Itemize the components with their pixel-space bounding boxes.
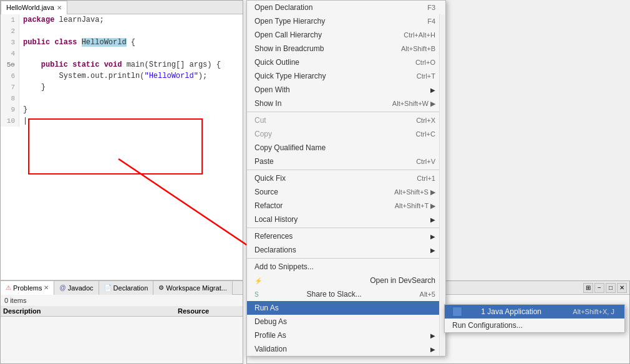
- code-line: 8: [1, 93, 243, 104]
- tab-declaration-label: Declaration: [114, 284, 148, 292]
- submenu-item-label: 1 Java Application: [481, 307, 541, 316]
- menu-add-snippets[interactable]: Add to Snippets...: [247, 260, 445, 274]
- submenu-run-configurations[interactable]: Run Configurations...: [445, 318, 624, 332]
- menu-profile-as[interactable]: Profile As ▶: [247, 328, 445, 342]
- menu-item-label: Declarations: [254, 246, 296, 254]
- submenu-arrow-icon: ▶: [430, 247, 435, 254]
- menu-item-label: Debug As: [254, 317, 287, 326]
- code-line: 10 |: [1, 115, 243, 127]
- menu-item-label: Refactor: [254, 201, 283, 210]
- menu-open-declaration[interactable]: Open Declaration F3: [247, 1, 445, 14]
- bottom-panel: ⚠ Problems ✕ @ Javadoc 📄 Declaration ⚙ W…: [0, 280, 243, 364]
- editor-area: HelloWorld.java ✕ 1 package learnJava; 2…: [0, 0, 243, 280]
- menu-show-breadcrumb[interactable]: Show in Breadcrumb Alt+Shift+B: [247, 42, 445, 55]
- menu-local-history[interactable]: Local History ▶: [247, 213, 445, 226]
- menu-declarations[interactable]: Declarations ▶: [247, 243, 445, 257]
- submenu-java-application[interactable]: 1 Java Application Alt+Shift+X, J: [445, 305, 624, 318]
- shortcut-label: Ctrl+O: [415, 59, 435, 66]
- tab-workspace[interactable]: ⚙ Workspace Migrat...: [153, 281, 233, 295]
- menu-item-label: Add to Snippets...: [254, 262, 314, 271]
- panel-tab-bar: ⚠ Problems ✕ @ Javadoc 📄 Declaration ⚙ W…: [1, 281, 243, 295]
- tab-declaration[interactable]: 📄 Declaration: [99, 281, 154, 295]
- menu-debug-as[interactable]: Debug As: [247, 315, 445, 328]
- code-line: 5⊖ public static void main(String[] args…: [1, 59, 243, 70]
- menu-item-label: Run As: [254, 304, 279, 312]
- shortcut-label: Ctrl+Alt+H: [404, 31, 435, 39]
- maximize-button[interactable]: □: [606, 283, 616, 293]
- menu-run-as[interactable]: Run As: [247, 301, 445, 315]
- col-resource: Resource: [178, 307, 240, 315]
- menu-item-label: Profile As: [254, 331, 286, 340]
- menu-share-slack[interactable]: S Share to Slack... Alt+5: [247, 287, 445, 301]
- java-app-icon: [452, 307, 462, 317]
- menu-item-label: Open Declaration: [254, 3, 313, 12]
- annotations-toolbar: ⊞ − □ ✕: [583, 283, 627, 293]
- tab-label: HelloWorld.java: [6, 4, 54, 11]
- menu-separator: [247, 170, 445, 170]
- menu-cut[interactable]: Cut Ctrl+X: [247, 113, 445, 127]
- shortcut-label: F4: [427, 17, 435, 25]
- submenu-arrow-icon: ▶: [430, 332, 435, 339]
- shortcut-label: Alt+5: [420, 290, 435, 298]
- shortcut-label: Ctrl+V: [416, 158, 435, 165]
- menu-open-with[interactable]: Open With ▶: [247, 83, 445, 97]
- menu-copy[interactable]: Copy Ctrl+C: [247, 127, 445, 141]
- menu-open-devsearch[interactable]: ⚡ Open in DevSearch: [247, 274, 445, 287]
- code-area[interactable]: 1 package learnJava; 2 3 public class He…: [1, 14, 243, 280]
- menu-item-label: Open in DevSearch: [370, 276, 435, 285]
- menu-copy-qualified-name[interactable]: Copy Qualified Name: [247, 141, 445, 155]
- shortcut-label: Alt+Shift+S ▶: [394, 188, 435, 196]
- menu-item-label: Show in Breadcrumb: [254, 44, 324, 53]
- panel-table-header: Description Resource: [1, 306, 243, 317]
- menu-show-in[interactable]: Show In Alt+Shift+W ▶: [247, 97, 445, 110]
- col-description: Description: [3, 307, 178, 315]
- menu-item-label: Validation: [254, 345, 287, 353]
- menu-item-label: Open Type Hierarchy: [254, 17, 325, 26]
- menu-paste[interactable]: Paste Ctrl+V: [247, 155, 445, 168]
- menu-quick-outline[interactable]: Quick Outline Ctrl+O: [247, 55, 445, 69]
- menu-validation[interactable]: Validation ▶: [247, 342, 445, 356]
- menu-item-label: Quick Type Hierarchy: [254, 72, 326, 80]
- submenu-arrow-icon: ▶: [430, 87, 435, 93]
- menu-references[interactable]: References ▶: [247, 229, 445, 243]
- run-as-submenu: 1 Java Application Alt+Shift+X, J Run Co…: [444, 304, 625, 333]
- minimize-button[interactable]: −: [594, 283, 604, 293]
- code-line: 1 package learnJava;: [1, 14, 243, 26]
- menu-separator: [247, 228, 445, 228]
- code-line: 2: [1, 26, 243, 37]
- menu-item-label: Quick Outline: [254, 58, 299, 67]
- submenu-item-label: Run Configurations...: [452, 321, 523, 330]
- menu-item-label: Show In: [254, 99, 281, 108]
- menu-item-label: Copy Qualified Name: [254, 143, 326, 152]
- close-button[interactable]: ✕: [617, 283, 627, 293]
- menu-open-type-hierarchy[interactable]: Open Type Hierarchy F4: [247, 14, 445, 28]
- shortcut-label: F3: [427, 4, 435, 11]
- code-line: 9 }: [1, 104, 243, 115]
- editor-tab-bar: HelloWorld.java ✕: [1, 1, 243, 14]
- menu-separator: [247, 258, 445, 259]
- tab-javadoc[interactable]: @ Javadoc: [54, 281, 99, 295]
- submenu-arrow-icon: ▶: [430, 216, 435, 223]
- code-line: 7 }: [1, 82, 243, 93]
- menu-refactor[interactable]: Refactor Alt+Shift+T ▶: [247, 199, 445, 213]
- shortcut-label: Ctrl+C: [416, 130, 435, 138]
- tab-close-icon[interactable]: ✕: [44, 284, 49, 291]
- panel-status: 0 items: [1, 295, 243, 306]
- menu-item-label: Cut: [254, 116, 266, 125]
- menu-quick-fix[interactable]: Quick Fix Ctrl+1: [247, 171, 445, 185]
- tab-close-icon[interactable]: ✕: [57, 4, 62, 11]
- shortcut-label: Alt+Shift+B: [401, 45, 435, 52]
- code-line: 3 public class HelloWorld {: [1, 37, 243, 48]
- code-line: 4: [1, 48, 243, 59]
- tab-problems[interactable]: ⚠ Problems ✕: [1, 281, 54, 295]
- shortcut-label: Ctrl+T: [417, 72, 435, 80]
- editor-tab[interactable]: HelloWorld.java ✕: [1, 1, 67, 14]
- menu-open-call-hierarchy[interactable]: Open Call Hierarchy Ctrl+Alt+H: [247, 28, 445, 42]
- menu-item-label: References: [254, 232, 293, 241]
- menu-source[interactable]: Source Alt+Shift+S ▶: [247, 185, 445, 199]
- submenu-arrow-icon: ▶: [430, 346, 435, 353]
- menu-quick-type-hierarchy[interactable]: Quick Type Hierarchy Ctrl+T: [247, 69, 445, 83]
- context-menu: Open Declaration F3 Open Type Hierarchy …: [246, 0, 446, 357]
- pin-button[interactable]: ⊞: [583, 283, 593, 293]
- submenu-arrow-icon: ▶: [430, 233, 435, 240]
